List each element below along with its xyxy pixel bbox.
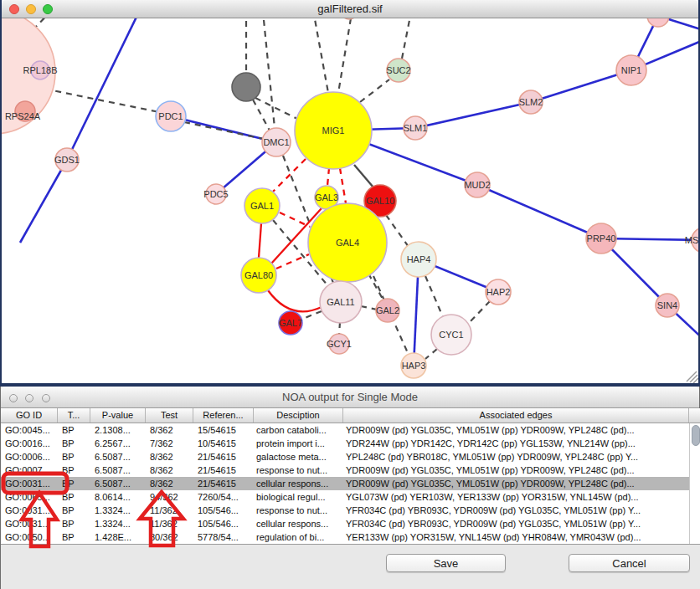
edge[interactable] — [67, 18, 140, 160]
edge[interactable] — [184, 122, 264, 139]
node-gray-node[interactable] — [232, 73, 260, 101]
cell-edges: YFR034C (pd) YBR093C, YDR009W (pd) YGL03… — [343, 517, 689, 530]
cell-reference: 15/54615 — [193, 423, 254, 437]
node-label-GAL80: GAL80 — [244, 270, 273, 280]
edge[interactable] — [255, 98, 297, 119]
node-label-SLM1: SLM1 — [404, 123, 428, 133]
table-row[interactable]: GO:0016...BP6.2567...7/36210/54615protei… — [1, 437, 689, 450]
cell-description: cellular respons... — [254, 517, 343, 530]
node-label-GAL3: GAL3 — [315, 192, 338, 202]
edge[interactable] — [340, 168, 346, 203]
cell-test: 8/362 — [146, 477, 193, 490]
cell-reference: 21/54615 — [193, 450, 254, 464]
node-label-RPL18B: RPL18B — [23, 65, 58, 75]
cell-description: galactose meta... — [254, 450, 343, 464]
edge[interactable] — [20, 160, 67, 243]
edge[interactable] — [425, 276, 443, 317]
column-header-description[interactable]: Desciption — [254, 408, 343, 423]
table-row[interactable]: GO:0006...BP6.5087...8/36221/54615galact… — [1, 450, 689, 464]
node-label-SUC2: SUC2 — [386, 65, 410, 75]
vertical-scrollbar[interactable] — [689, 423, 700, 544]
node-top-right-node[interactable] — [647, 18, 669, 27]
network-canvas[interactable]: RPL18BRPS24AGDS1PDC1PDC5DMC1MIG1SUC2SLM1… — [2, 18, 698, 383]
node-top-green-node[interactable] — [341, 18, 358, 19]
cell-test: 8/362 — [146, 450, 193, 464]
edge[interactable] — [425, 349, 437, 359]
cell-type: BP — [58, 517, 90, 530]
cell-reference: 105/546... — [193, 517, 254, 530]
column-header-p_value[interactable]: P-value — [90, 408, 146, 423]
table-row[interactable]: GO:0031...BP1.3324...11/362105/546...cel… — [1, 517, 689, 530]
edge[interactable] — [338, 18, 351, 93]
cell-p_value: 6.2567... — [90, 437, 146, 450]
edge[interactable] — [415, 102, 531, 128]
column-header-go_id[interactable]: GO ID — [1, 408, 58, 423]
cell-type: BP — [58, 504, 90, 517]
cell-edges: YFR034C (pd) YBR093C, YDR009W (pd) YGL03… — [343, 504, 689, 517]
edge[interactable] — [273, 159, 306, 192]
noa-titlebar[interactable]: NOA output for Single Mode — [1, 387, 699, 408]
cell-p_value: 1.3324... — [90, 504, 146, 517]
edge[interactable] — [354, 165, 373, 187]
cell-reference: 7260/54... — [193, 490, 254, 504]
edge[interactable] — [531, 70, 631, 102]
node-label-HAP4: HAP4 — [407, 254, 431, 264]
cell-test: 11/362 — [146, 504, 193, 517]
node-label-GAL11: GAL11 — [327, 297, 354, 307]
resize-grip[interactable] — [687, 371, 698, 383]
noa-footer: Save Cancel — [1, 544, 700, 589]
cell-test: 80/362 — [146, 530, 193, 544]
cell-p_value: 2.1308... — [90, 423, 146, 437]
edge[interactable] — [477, 185, 601, 238]
cell-p_value: 1.428E... — [90, 530, 146, 544]
table-row[interactable]: GO:0045...BP2.1308...8/36215/54615carbon… — [1, 423, 689, 437]
node-label-NIP1: NIP1 — [621, 65, 641, 75]
cell-edges: YDR244W (pp) YDR142C, YDR142C (pp) YGL15… — [343, 437, 689, 450]
cell-edges: YDR009W (pd) YGL035C, YML051W (pp) YDR00… — [343, 464, 689, 477]
node-label-GAL2: GAL2 — [376, 305, 399, 315]
edge[interactable] — [386, 215, 409, 247]
edge[interactable] — [280, 213, 310, 227]
edge[interactable] — [402, 18, 411, 59]
edge[interactable] — [368, 274, 383, 300]
cancel-button[interactable]: Cancel — [569, 554, 690, 572]
edge[interactable] — [327, 168, 329, 186]
network-titlebar[interactable]: galFiltered.sif — [2, 0, 698, 18]
scrollbar-thumb[interactable] — [692, 425, 700, 446]
edge[interactable] — [264, 20, 275, 128]
cell-reference: 105/546... — [193, 504, 254, 517]
edge[interactable] — [360, 79, 389, 102]
edge[interactable] — [313, 18, 328, 93]
column-header-type[interactable]: T... — [58, 408, 90, 423]
node-label-SIN4: SIN4 — [657, 300, 677, 310]
table-row[interactable]: GO:0050...BP1.428E...80/3625778/54...reg… — [1, 530, 689, 544]
node-label-RPS24A: RPS24A — [5, 111, 41, 121]
column-header-edges[interactable]: Associated edges — [343, 408, 689, 423]
column-header-reference[interactable]: Referen... — [193, 408, 254, 423]
edge[interactable] — [259, 223, 261, 258]
table-header[interactable]: GO IDT...P-valueTestReferen...Desciption… — [1, 408, 700, 423]
edge[interactable] — [468, 301, 490, 324]
cell-type: BP — [58, 477, 90, 490]
edge[interactable] — [268, 290, 322, 311]
table-row[interactable]: GO:0065...BP8.0614...94/3627260/54...bio… — [1, 490, 689, 504]
cell-edges: YGL073W (pd) YER103W, YER133W (pp) YOR31… — [343, 490, 689, 504]
node-label-GCY1: GCY1 — [327, 339, 352, 349]
table-row[interactable]: GO:0031...BP6.5087...8/36221/54615cellul… — [1, 477, 689, 490]
save-button[interactable]: Save — [386, 554, 506, 572]
edge[interactable] — [361, 306, 377, 310]
node-label-MSN: MSN — [685, 235, 698, 245]
node-label-HAP2: HAP2 — [486, 287, 511, 297]
table-row[interactable]: GO:0007...BP6.5087...8/36221/54615respon… — [1, 464, 689, 477]
cell-type: BP — [58, 530, 90, 544]
cell-go_id: GO:0031... — [1, 504, 58, 517]
cell-description: response to nut... — [254, 504, 343, 517]
results-table[interactable]: GO:0045...BP2.1308...8/36215/54615carbon… — [1, 423, 689, 544]
cell-test: 7/362 — [146, 437, 193, 450]
table-row[interactable]: GO:0031...BP1.3324...11/362105/546...res… — [1, 504, 689, 517]
node-label-MUD2: MUD2 — [464, 180, 490, 190]
network-canvas-container[interactable]: RPL18BRPS24AGDS1PDC1PDC5DMC1MIG1SUC2SLM1… — [2, 18, 698, 383]
edge[interactable] — [339, 322, 340, 335]
cell-go_id: GO:0050... — [1, 530, 58, 544]
column-header-test[interactable]: Test — [146, 408, 193, 423]
